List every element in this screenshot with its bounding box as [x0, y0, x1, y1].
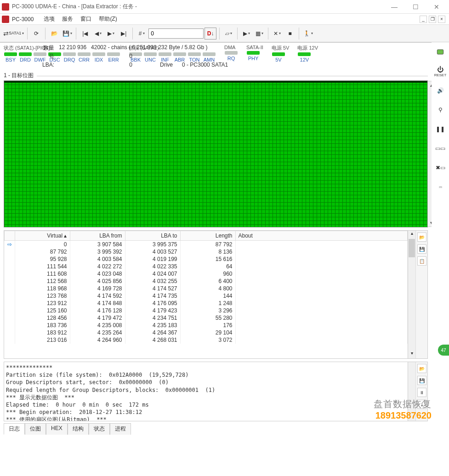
right-toolbar: ⏻RESET 🔊 ⚲ ❚❚ ▭▭ ✖▭ ⎓: [432, 42, 449, 194]
filter-button[interactable]: ▱: [222, 28, 234, 40]
drive-value: 0 - PC3000 SATA1: [182, 62, 228, 68]
window-title: PC-3000 UDMA-E - China - [Data Extractor…: [12, 3, 384, 11]
tab-bitmap[interactable]: 位图: [25, 423, 46, 435]
num-label: 号: [4, 53, 59, 61]
bitmap-view[interactable]: ▴ ▾: [4, 80, 428, 227]
tab-process[interactable]: 进程: [110, 423, 131, 435]
table-row[interactable]: 123 9124 174 8484 176 0951 248: [5, 300, 408, 307]
menu-service[interactable]: 服务: [58, 14, 77, 24]
lba-input[interactable]: [148, 28, 204, 39]
tools-button[interactable]: ✕: [271, 28, 283, 40]
probe-button[interactable]: ⚲: [433, 103, 447, 117]
bottom-tabs: 日志 位图 HEX 结构 状态 进程: [0, 423, 432, 435]
table-row[interactable]: 183 9124 235 2644 264 36729 104: [5, 329, 408, 336]
tab-struct[interactable]: 结构: [68, 423, 89, 435]
table-scroll-thumb[interactable]: [409, 239, 415, 257]
refresh-button[interactable]: ⟳: [30, 28, 42, 40]
mdi-restore-button[interactable]: ❐: [429, 16, 436, 23]
table-row[interactable]: 128 4564 179 4724 234 75155 280: [5, 314, 408, 322]
bitmap-group-title: 1 - 目标位图: [0, 71, 432, 80]
side-open-button[interactable]: 📂: [417, 232, 426, 242]
count-label: 数量: [4, 44, 59, 52]
menubar: PC-3000 选项 服务 窗口 帮助(Z) _ ❐ ×: [0, 14, 449, 25]
app-icon-small: [2, 16, 9, 23]
tab-hex[interactable]: HEX: [46, 423, 68, 435]
log-pause-button[interactable]: ⏸: [417, 388, 426, 397]
exit-button[interactable]: 🚶: [302, 28, 314, 40]
app-icon: [2, 3, 9, 11]
scroll-down-button[interactable]: ▾: [428, 219, 432, 227]
pause-button[interactable]: ❚❚: [433, 122, 447, 136]
toolbar: ⇄SATA1 ⟳ 📂 💾 |◀ ◀ ▶ ▶| # D↓ ▱ ▶ ▦ ✕ ■ 🚶: [0, 25, 449, 42]
goto-button[interactable]: D↓: [205, 28, 216, 40]
lba-value: 0: [59, 62, 132, 68]
table-view-button[interactable]: ▦: [253, 28, 265, 40]
count-value: 12 210 936: [59, 44, 86, 51]
drive-label: Drive: [160, 62, 173, 68]
map-button[interactable]: ▭▭: [433, 142, 447, 155]
play-button[interactable]: ▶: [240, 28, 252, 40]
svg-rect-0: [437, 50, 443, 54]
lba-label: LBA:: [4, 62, 59, 68]
table-row[interactable]: 123 7684 174 5924 174 735144: [5, 292, 408, 300]
maximize-button[interactable]: ☐: [405, 0, 426, 14]
save-button[interactable]: 💾: [61, 28, 73, 40]
tab-log[interactable]: 日志: [4, 423, 25, 435]
num-value: 0: [59, 53, 132, 61]
table-row[interactable]: 183 7364 235 0084 235 183176: [5, 322, 408, 329]
col-lbato[interactable]: LBA to: [125, 231, 180, 241]
menu-window[interactable]: 窗口: [77, 14, 95, 24]
table-row[interactable]: 213 0164 264 9604 268 0313 072: [5, 336, 408, 344]
open-folder-button[interactable]: 📂: [48, 28, 60, 40]
table-row[interactable]: 111 6084 023 0484 024 007960: [5, 270, 408, 278]
first-button[interactable]: |◀: [79, 28, 91, 40]
mdi-close-button[interactable]: ×: [438, 16, 445, 23]
titlebar: PC-3000 UDMA-E - China - [Data Extractor…: [0, 0, 449, 14]
chain-table: Virtual ▴ LBA from LBA to Length About ⇨…: [4, 230, 428, 359]
table-row[interactable]: 118 9684 169 7284 174 5274 800: [5, 285, 408, 292]
sound-button[interactable]: 🔊: [433, 84, 447, 97]
sata-port-selector[interactable]: ⇄SATA1: [3, 28, 24, 40]
table-row[interactable]: 95 9284 003 5844 019 19915 616: [5, 255, 408, 263]
drive-icon[interactable]: [433, 45, 447, 59]
table-row[interactable]: 111 5444 022 2724 022 33564: [5, 263, 408, 270]
tab-state[interactable]: 状态: [89, 423, 110, 435]
log-save-button[interactable]: 💾: [417, 376, 426, 385]
close-button[interactable]: ✕: [426, 0, 447, 14]
col-length[interactable]: Length: [180, 231, 235, 241]
exclude-button[interactable]: ✖▭: [433, 161, 447, 175]
brand-label: PC-3000: [12, 16, 34, 23]
table-scroll-down[interactable]: ▾: [408, 351, 415, 358]
step-back-button[interactable]: ◀: [92, 28, 104, 40]
col-lbafrom[interactable]: LBA from: [70, 231, 125, 241]
table-row[interactable]: 87 7923 995 3924 003 5278 136: [5, 248, 408, 255]
log-panel: ************** Partition size (file syst…: [4, 362, 428, 421]
grid-mode-button[interactable]: #: [136, 28, 148, 40]
step-forward-button[interactable]: ▶: [105, 28, 117, 40]
notification-badge[interactable]: 47: [438, 345, 449, 356]
side-save-button[interactable]: 💾: [417, 244, 426, 254]
table-row[interactable]: 125 1604 176 1284 179 4233 296: [5, 307, 408, 314]
connection-button[interactable]: ⎓: [433, 180, 447, 194]
stop-button[interactable]: ■: [284, 28, 296, 40]
minimize-button[interactable]: —: [384, 0, 405, 14]
mdi-minimize-button[interactable]: _: [420, 16, 427, 23]
reset-button[interactable]: ⏻RESET: [433, 64, 447, 78]
col-about[interactable]: About: [235, 231, 408, 241]
menu-options[interactable]: 选项: [40, 14, 58, 24]
watermark: 盘首数据恢复 18913587620: [374, 398, 432, 421]
table-row[interactable]: 112 5684 025 8564 032 2556 400: [5, 278, 408, 285]
chains-value: 42002 - chains ( 6 251 999 232 Byte / 5.…: [91, 44, 208, 51]
log-open-button[interactable]: 📂: [417, 364, 426, 373]
scroll-up-button[interactable]: ▴: [428, 81, 432, 89]
menu-help[interactable]: 帮助(Z): [95, 14, 120, 24]
col-virtual[interactable]: Virtual ▴: [15, 231, 70, 241]
table-scroll-up[interactable]: ▴: [408, 231, 415, 238]
info-panel: 数量 12 210 936 42002 - chains ( 6 251 999…: [0, 42, 432, 71]
side-copy-button[interactable]: 📋: [417, 256, 426, 266]
last-button[interactable]: ▶|: [118, 28, 130, 40]
table-side-toolbar: 📂 💾 📋: [415, 231, 427, 358]
bitmap-scrollbar[interactable]: ▴ ▾: [427, 81, 432, 227]
table-row[interactable]: ⇨03 907 5843 995 37587 792: [5, 241, 408, 249]
log-text[interactable]: ************** Partition size (file syst…: [4, 362, 408, 421]
